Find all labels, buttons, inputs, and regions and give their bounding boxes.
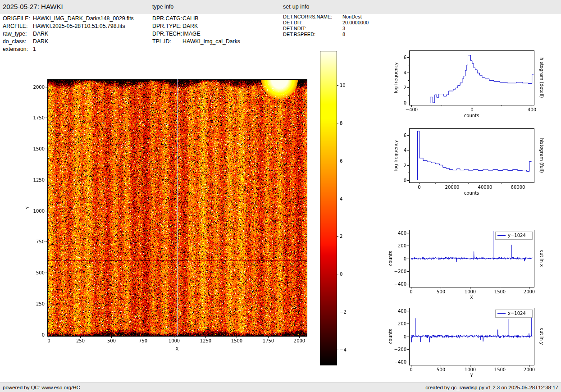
footer-left-text: powered by QC: www.eso.org/HC [3,385,80,390]
setup-info-heading: set-up info [283,4,309,10]
metadata-row: DET.DIT:20.0000000 [283,20,369,26]
metadata-row: ARCFILE:HAWKI.2025-05-28T10:51:05.798.fi… [3,23,134,30]
metadata-label: DET.DIT: [283,20,342,26]
metadata-label: DPR.TYPE: [152,23,182,30]
metadata-label: DPR.TECH: [152,30,182,38]
metadata-row: DET.NDIT:3 [283,26,369,32]
metadata-value: CALIB [182,15,199,23]
footer-bar: powered by QC: www.eso.org/HC created by… [0,382,561,392]
type-info-heading: type info [152,4,173,10]
metadata-row: DPR.TECH:IMAGE [152,30,240,38]
metadata-label: DET.NDIT: [283,26,342,32]
histogram-full-plot [385,121,561,206]
histogram-detail-plot [385,43,561,128]
footer-right-text: created by qc_rawdisp.py v1.2.3 on 2025-… [425,385,558,390]
metadata-value: 3 [342,26,345,32]
metadata-value: 8 [342,32,345,37]
metadata-label: raw_type: [3,30,33,38]
raw-image-plot [14,43,324,365]
header-bar: 2025-05-27: HAWKI type info set-up info [0,0,561,14]
metadata-label: ORIGFILE: [3,15,33,23]
metadata-label: DET.RSPEED: [283,32,342,37]
metadata-value: NonDest [342,14,362,20]
metadata-label: ARCFILE: [3,23,33,30]
metadata-value: 20.0000000 [342,20,369,26]
metadata-row: raw_type:DARK [3,30,134,38]
setup-info-list: DET.NCORRS.NAME:NonDestDET.DIT:20.000000… [283,14,369,37]
metadata-value: HAWKI_IMG_DARK_Darks148_0029.fits [33,15,134,23]
metadata-label: DET.NCORRS.NAME: [283,14,342,20]
metadata-value: DARK [182,23,198,30]
metadata-value: IMAGE [182,30,201,38]
metadata-value: HAWKI.2025-05-28T10:51:05.798.fits [33,23,125,30]
metadata-label: DPR.CATG: [152,15,182,23]
metadata-row: DET.NCORRS.NAME:NonDest [283,14,369,20]
colorbar [315,45,360,372]
type-info-list: DPR.CATG:CALIBDPR.TYPE:DARKDPR.TECH:IMAG… [152,15,240,46]
metadata-row: DPR.TYPE:DARK [152,23,240,30]
metadata-row: DPR.CATG:CALIB [152,15,240,23]
cut-in-x-plot [385,223,561,313]
metadata-row: ORIGFILE:HAWKI_IMG_DARK_Darks148_0029.fi… [3,15,134,23]
metadata-value: DARK [33,30,48,38]
page-title: 2025-05-27: HAWKI [3,3,63,10]
metadata-row: DET.RSPEED:8 [283,32,369,37]
cut-in-y-plot [385,301,561,391]
